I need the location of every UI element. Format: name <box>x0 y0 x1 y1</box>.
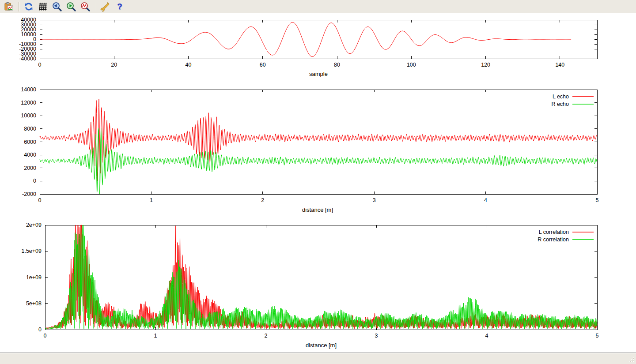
plot-border <box>45 225 597 330</box>
axis-labels: 012345-200002000400060008000100001200014… <box>21 86 598 203</box>
series-l-correlation <box>45 225 597 329</box>
x-axis-label: sample <box>309 71 328 77</box>
y-tick-label: 1e+09 <box>26 274 42 281</box>
status-bar <box>0 353 636 364</box>
help-icon: ? ? <box>114 1 125 12</box>
autoscale-button[interactable] <box>79 1 91 12</box>
zoom-forward-icon <box>66 1 76 12</box>
axis-ticks <box>45 225 597 330</box>
refresh-icon <box>23 1 34 12</box>
resize-grip-icon[interactable] <box>629 357 635 363</box>
x-tick-label: 2 <box>261 197 264 203</box>
x-tick-label: 140 <box>555 62 564 68</box>
replot-button[interactable] <box>23 1 35 12</box>
x-axis-label: distance [m] <box>306 342 337 349</box>
zoom-next-button[interactable] <box>65 1 77 12</box>
x-tick-label: 0 <box>44 333 47 339</box>
x-tick-label: 1 <box>154 333 157 339</box>
y-tick-label: 14000 <box>21 86 36 93</box>
series-r-correlation <box>45 225 597 329</box>
x-tick-label: 4 <box>485 333 488 339</box>
toolbar-separator <box>19 2 19 11</box>
y-tick-label: 6000 <box>24 139 36 145</box>
zoom-autoscale-icon <box>80 1 91 12</box>
x-tick-label: 120 <box>481 62 490 68</box>
x-tick-label: 5 <box>596 333 599 339</box>
y-tick-label: 2000 <box>24 165 36 171</box>
x-tick-label: 5 <box>596 197 599 203</box>
y-tick-label: 1.5e+09 <box>21 248 42 254</box>
svg-text:?: ? <box>117 2 122 11</box>
x-tick-label: 3 <box>375 333 378 339</box>
chart-2: 012345-200002000400060008000100001200014… <box>21 86 598 213</box>
legend-label: R correlation <box>538 236 569 243</box>
y-tick-label: 40000 <box>21 17 36 23</box>
series-chirp-pulse <box>40 23 571 57</box>
y-tick-label: 8000 <box>24 126 36 132</box>
status-text <box>1 354 628 363</box>
legend-label: L echo <box>553 94 569 100</box>
x-tick-label: 1 <box>150 197 153 203</box>
toolbar-separator <box>95 2 95 11</box>
x-tick-label: 80 <box>334 62 340 68</box>
chart-1: 020406080100120140-40000-30000-20000-100… <box>19 17 597 77</box>
x-tick-label: 40 <box>186 62 192 68</box>
y-tick-label: 12000 <box>21 100 36 106</box>
wrench-icon <box>100 1 110 12</box>
grid-icon <box>38 1 48 12</box>
axis-labels: 020406080100120140-40000-30000-20000-100… <box>19 17 564 68</box>
legend-label: L correlation <box>539 229 569 235</box>
y-tick-label: -2000 <box>22 191 36 197</box>
y-tick-label: 0 <box>38 326 42 333</box>
configure-button[interactable] <box>99 1 111 12</box>
x-tick-label: 0 <box>38 62 42 68</box>
x-tick-label: 100 <box>407 62 416 68</box>
series-l-echo <box>40 99 597 181</box>
chart-3: 01234505e+081e+091.5e+092e+09distance [m… <box>21 222 598 349</box>
x-axis-label: distance [m] <box>302 206 333 213</box>
y-tick-label: 5e+08 <box>26 300 42 307</box>
series-r-echo <box>40 128 597 194</box>
zoom-previous-button[interactable] <box>51 1 63 12</box>
plot-border <box>40 90 597 194</box>
x-tick-label: 20 <box>111 62 117 68</box>
zoom-back-icon <box>52 1 62 12</box>
grid-button[interactable] <box>37 1 49 12</box>
y-tick-label: 4000 <box>24 152 36 158</box>
copy-to-clipboard-button[interactable] <box>3 1 15 12</box>
y-tick-label: 2e+09 <box>26 222 42 228</box>
x-tick-label: 60 <box>260 62 266 68</box>
x-tick-label: 0 <box>38 197 42 203</box>
x-tick-label: 4 <box>484 197 487 203</box>
y-tick-label: 10000 <box>21 113 36 119</box>
plot-area[interactable]: 020406080100120140-40000-30000-20000-100… <box>0 0 636 364</box>
legend-label: R echo <box>551 101 569 107</box>
clipboard-chart-icon <box>4 1 14 12</box>
x-tick-label: 2 <box>265 333 268 339</box>
toolbar: ? ? <box>0 0 636 13</box>
axis-ticks <box>40 90 597 194</box>
x-tick-label: 3 <box>373 197 376 203</box>
y-tick-label: 0 <box>33 178 36 184</box>
help-button[interactable]: ? ? <box>113 1 125 12</box>
